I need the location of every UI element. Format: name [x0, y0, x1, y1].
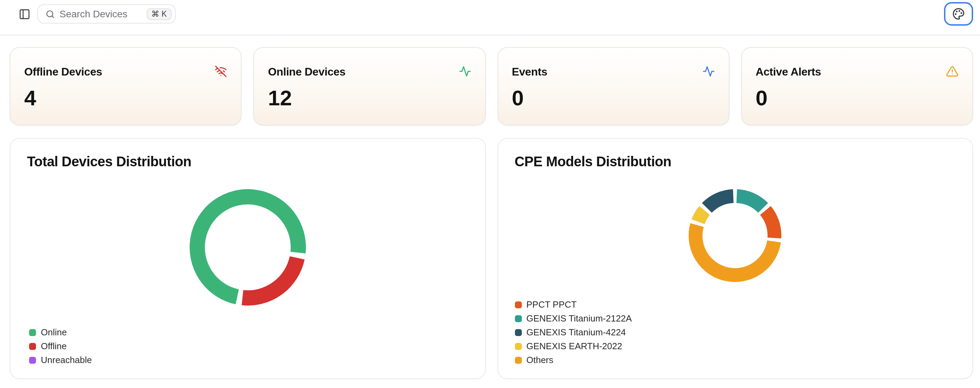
legend-label: GENEXIS Titanium-4224: [527, 326, 626, 340]
legend-label: GENEXIS EARTH-2022: [527, 340, 622, 353]
chart-legend: PPCT PPCTGENEXIS Titanium-2122AGENEXIS T…: [515, 298, 956, 367]
keyboard-shortcut-badge: ⌘ K: [146, 8, 172, 20]
theme-palette-button[interactable]: [944, 2, 973, 26]
legend-swatch: [29, 357, 36, 364]
legend-swatch: [515, 315, 522, 322]
legend-item-genexis-titanium-2122a: GENEXIS Titanium-2122A: [515, 312, 956, 326]
stats-row: Offline Devices 4 Online Devices: [10, 47, 973, 125]
search-icon: [46, 10, 55, 18]
chart-title: Total Devices Distribution: [27, 153, 468, 170]
sidebar-toggle-button[interactable]: [17, 7, 31, 21]
donut-slice-ppct-ppct: [765, 210, 775, 238]
chart-title: CPE Models Distribution: [515, 153, 956, 170]
stat-label: Events: [512, 66, 715, 78]
stat-label: Active Alerts: [756, 66, 959, 78]
stat-card-active-alerts: Active Alerts 0: [741, 47, 974, 125]
search-input[interactable]: [59, 8, 142, 19]
activity-icon: [458, 65, 471, 78]
stat-card-events: Events 0: [497, 47, 729, 125]
legend-label: Others: [527, 353, 553, 367]
stat-value: 12: [268, 87, 471, 109]
panel-left-icon: [18, 8, 30, 20]
donut-slice-genexis-earth-2022: [698, 210, 705, 222]
dashboard: Offline Devices 4 Online Devices: [0, 35, 980, 379]
legend-label: Offline: [41, 340, 67, 353]
topbar: ⌘ K: [0, 0, 980, 35]
legend-label: Unreachable: [41, 353, 92, 367]
donut-slice-genexis-titanium-4224: [707, 196, 733, 208]
chart-card-total-devices-distribution: Total Devices Distribution OnlineOffline…: [10, 138, 485, 379]
legend-swatch: [515, 329, 522, 336]
chart-legend: OnlineOfflineUnreachable: [27, 326, 468, 367]
legend-item-genexis-titanium-4224: GENEXIS Titanium-4224: [515, 326, 956, 340]
stat-value: 0: [512, 87, 715, 109]
legend-item-offline: Offline: [29, 340, 468, 353]
legend-swatch: [515, 302, 522, 308]
legend-swatch: [515, 343, 522, 350]
legend-swatch: [515, 357, 522, 364]
legend-swatch: [29, 329, 36, 336]
legend-item-unreachable: Unreachable: [29, 353, 468, 367]
charts-row: Total Devices Distribution OnlineOffline…: [10, 138, 973, 379]
legend-label: GENEXIS Titanium-2122A: [527, 312, 632, 326]
stat-label: Offline Devices: [24, 66, 228, 78]
stat-card-offline-devices: Offline Devices 4: [10, 47, 242, 125]
activity-icon: [702, 65, 715, 78]
donut-slice-genexis-titanium-2122a: [737, 196, 763, 208]
search-box[interactable]: ⌘ K: [37, 4, 176, 24]
palette-icon: [952, 8, 965, 20]
wifi-off-icon: [215, 65, 228, 78]
legend-item-ppct-ppct: PPCT PPCT: [515, 298, 956, 312]
stat-value: 4: [24, 87, 228, 109]
legend-swatch: [29, 343, 36, 350]
donut-chart-cpe-models: [515, 189, 956, 282]
legend-item-genexis-earth-2022: GENEXIS EARTH-2022: [515, 340, 956, 353]
app-root: ⌘ K Offline Devices: [0, 0, 980, 388]
stat-card-online-devices: Online Devices 12: [254, 47, 486, 125]
donut-chart: [189, 189, 306, 305]
legend-label: PPCT PPCT: [527, 298, 576, 312]
donut-chart: [689, 189, 782, 282]
donut-slice-offline: [242, 258, 297, 298]
triangle-alert-icon: [946, 65, 959, 78]
chart-card-cpe-models-distribution: CPE Models Distribution PPCT PPCTGENEXIS…: [497, 138, 973, 379]
legend-item-online: Online: [29, 326, 468, 340]
donut-slice-others: [695, 225, 774, 275]
legend-item-others: Others: [515, 353, 956, 367]
stat-value: 0: [756, 87, 959, 109]
donut-chart-total-devices: [27, 189, 468, 305]
legend-label: Online: [41, 326, 67, 340]
stat-label: Online Devices: [268, 66, 471, 78]
